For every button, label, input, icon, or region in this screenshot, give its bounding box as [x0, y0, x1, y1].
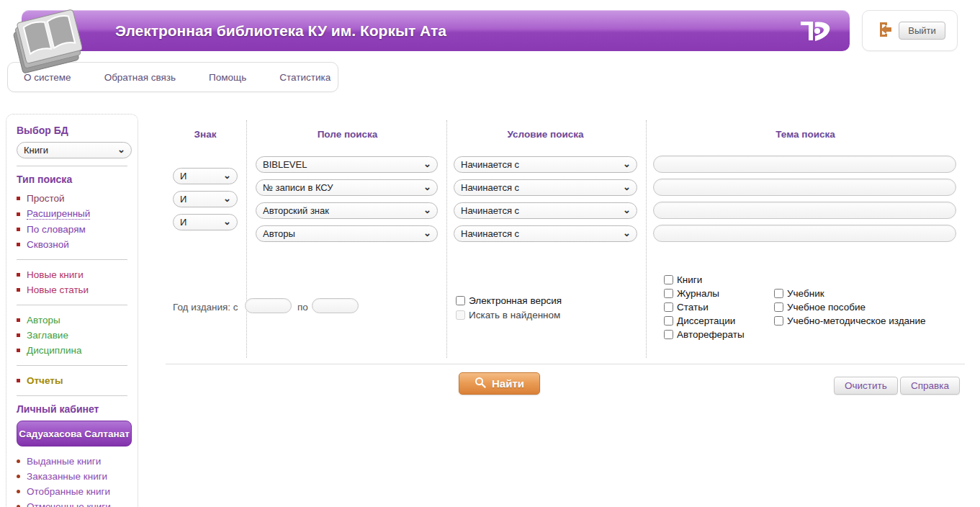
- condition-select-4[interactable]: Начинается с: [454, 225, 637, 242]
- search-field-select-3[interactable]: Авторский знак: [256, 202, 438, 219]
- electronic-version-option[interactable]: Электронная версия: [456, 295, 562, 306]
- dissertations-checkbox[interactable]: [664, 316, 673, 326]
- cabinet-list: Выданные книги Заказанные книги Отобранн…: [17, 454, 129, 507]
- sidebar-item-simple[interactable]: Простой: [17, 191, 129, 206]
- column-divider: [446, 120, 447, 358]
- sign-select-wrap: И ⌄: [173, 191, 238, 207]
- logout-door-icon: [874, 21, 893, 41]
- year-to-input[interactable]: [312, 298, 359, 313]
- condition-select-wrap: Начинается с ⌄: [454, 202, 637, 219]
- field-select-wrap: № записи в КСУ ⌄: [256, 179, 438, 196]
- db-select-wrap: Книги ⌄: [17, 142, 132, 158]
- nav-feedback-link[interactable]: Обратная связь: [104, 72, 176, 83]
- nav-help-link[interactable]: Помощь: [209, 72, 246, 83]
- sign-operator-select-3[interactable]: И: [173, 214, 238, 230]
- bullet-icon: [17, 349, 20, 352]
- sidebar-item-reports[interactable]: Отчеты: [17, 373, 129, 388]
- sidebar-item-titles[interactable]: Заглавие: [17, 328, 129, 343]
- condition-select-wrap: Начинается с ⌄: [454, 225, 637, 242]
- advanced-search-form: Знак Поле поиска Условие поиска Тема пои…: [166, 119, 965, 421]
- bullet-icon: [17, 475, 20, 478]
- textbook-checkbox[interactable]: [774, 289, 783, 298]
- reports-list: Отчеты: [17, 373, 129, 388]
- sidebar-item-marked-books[interactable]: Отмеченные книги: [17, 499, 129, 507]
- condition-select-1[interactable]: Начинается с: [454, 156, 637, 173]
- search-field-select-2[interactable]: № записи в КСУ: [256, 179, 438, 196]
- articles-checkbox[interactable]: [664, 302, 673, 312]
- field-select-wrap: Авторы ⌄: [256, 225, 438, 242]
- doc-type-abstracts[interactable]: Авторефераты: [664, 329, 745, 340]
- sidebar-item-ordered-books[interactable]: Заказанные книги: [17, 469, 129, 484]
- sidebar-item-discipline[interactable]: Дисциплина: [17, 343, 129, 358]
- column-divider: [246, 120, 247, 358]
- sign-select-wrap: И ⌄: [173, 168, 238, 184]
- bullet-icon: [17, 459, 20, 463]
- dictionary-list: Авторы Заглавие Дисциплина: [17, 313, 129, 358]
- topic-input-2[interactable]: [653, 179, 956, 196]
- condition-select-wrap: Начинается с ⌄: [454, 179, 637, 196]
- doc-type-books[interactable]: Книги: [664, 274, 702, 285]
- bullet-icon: [17, 490, 20, 493]
- bullet-icon: [17, 197, 20, 200]
- year-from-input[interactable]: [245, 298, 292, 313]
- doc-type-dissertations[interactable]: Диссертации: [664, 315, 735, 326]
- sidebar-item-cross[interactable]: Сквозной: [17, 237, 129, 252]
- divider: [17, 365, 127, 366]
- db-select-heading: Выбор БД: [17, 125, 129, 136]
- header-bar: Электронная библиотека КУ им. Коркыт Ата: [22, 10, 850, 51]
- logout-button[interactable]: Выйти: [899, 22, 945, 40]
- bullet-icon: [17, 228, 20, 231]
- sidebar-item-new-books[interactable]: Новые книги: [17, 267, 129, 282]
- sign-operator-select-1[interactable]: И: [173, 168, 238, 184]
- nav-stats-link[interactable]: Статистика: [279, 72, 331, 83]
- help-button[interactable]: Справка: [900, 377, 960, 395]
- sign-operator-select-2[interactable]: И: [173, 191, 238, 207]
- sign-column-header: Знак: [173, 129, 238, 140]
- journals-checkbox[interactable]: [664, 289, 673, 298]
- new-items-list: Новые книги Новые статьи: [17, 267, 129, 297]
- clear-button[interactable]: Очистить: [834, 377, 898, 395]
- search-button[interactable]: Найти: [459, 372, 540, 395]
- topic-input-1[interactable]: [653, 156, 956, 173]
- sidebar-item-new-articles[interactable]: Новые статьи: [17, 282, 129, 297]
- condition-select-2[interactable]: Начинается с: [454, 179, 637, 196]
- doc-type-journals[interactable]: Журналы: [664, 288, 719, 299]
- bullet-icon: [17, 318, 20, 322]
- books-checkbox[interactable]: [664, 275, 673, 284]
- topic-input-4[interactable]: [653, 225, 956, 242]
- edu-type-manual[interactable]: Учебное пособие: [774, 302, 866, 313]
- year-from-label: Год издания: с: [173, 302, 238, 313]
- search-field-select-4[interactable]: Авторы: [256, 225, 438, 242]
- kabis-logo-icon: [796, 17, 834, 48]
- abstracts-checkbox[interactable]: [664, 330, 673, 339]
- sidebar-item-dictionaries[interactable]: По словарям: [17, 222, 129, 237]
- field-select-wrap: BIBLEVEL ⌄: [256, 156, 438, 173]
- bullet-icon: [17, 243, 20, 246]
- page-title: Электронная библиотека КУ им. Коркыт Ата: [115, 10, 446, 51]
- sidebar-item-authors[interactable]: Авторы: [17, 313, 129, 328]
- methodical-checkbox[interactable]: [774, 316, 783, 326]
- doc-type-articles[interactable]: Статьи: [664, 302, 709, 313]
- field-select-wrap: Авторский знак ⌄: [256, 202, 438, 219]
- divider: [166, 364, 965, 364]
- condition-select-3[interactable]: Начинается с: [454, 202, 637, 219]
- edu-type-textbook[interactable]: Учебник: [774, 288, 824, 299]
- condition-select-wrap: Начинается с ⌄: [454, 156, 637, 173]
- cabinet-heading: Личный кабинет: [17, 403, 129, 415]
- topic-column-header: Тема поиска: [653, 129, 958, 140]
- topic-input-3[interactable]: [653, 202, 956, 219]
- sidebar-item-advanced[interactable]: Расширенный: [17, 206, 129, 222]
- electronic-version-checkbox[interactable]: [456, 296, 465, 305]
- db-select[interactable]: Книги: [17, 142, 132, 158]
- user-profile-button[interactable]: Садуахасова Салтанат: [17, 421, 132, 447]
- year-to-label: по: [297, 302, 308, 313]
- search-field-select-1[interactable]: BIBLEVEL: [256, 156, 438, 173]
- search-type-heading: Тип поиска: [17, 174, 129, 185]
- sidebar-item-selected-books[interactable]: Отобранные книги: [17, 484, 129, 499]
- edu-type-methodical[interactable]: Учебно-методическое издание: [774, 315, 926, 326]
- manual-checkbox[interactable]: [774, 302, 783, 312]
- divider: [17, 395, 127, 396]
- sidebar: Выбор БД Книги ⌄ Тип поиска Простой Расш…: [6, 114, 138, 507]
- bullet-icon: [17, 273, 20, 277]
- sidebar-item-issued-books[interactable]: Выданные книги: [17, 454, 129, 469]
